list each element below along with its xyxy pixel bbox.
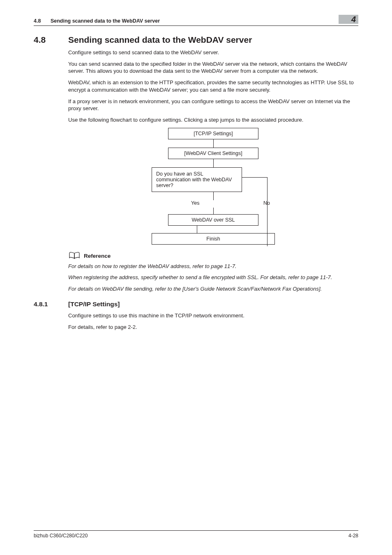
footer-model: bizhub C360/C280/C220 [34,533,88,539]
paragraph: If a proxy server is in network environm… [68,98,358,112]
reference-label: Reference [84,253,111,259]
book-icon [68,251,81,260]
page-footer: bizhub C360/C280/C220 4-28 [34,530,358,539]
section-title: Sending scanned data to the WebDAV serve… [68,35,252,45]
flow-step-webdav-ssl[interactable]: WebDAV over SSL [168,214,258,226]
flow-branch-labels: Yes No [152,200,275,208]
flow-label-no: No [263,200,270,206]
reference-text: For details on WebDAV file sending, refe… [68,285,358,292]
flow-step-tcpip[interactable]: [TCP/IP Settings] [168,128,258,139]
runhead-section-number: 4.8 [34,18,41,24]
chapter-number: 4 [351,15,356,23]
paragraph: WebDAV, which is an extension to the HTT… [68,79,358,93]
flow-connector [267,177,267,246]
paragraph: Configure settings to send scanned data … [68,49,358,56]
flow-connector [213,139,214,148]
subsection-number: 4.8.1 [34,301,68,308]
flow-connector [242,177,267,178]
flow-label-yes: Yes [191,200,199,206]
paragraph: For details, refer to page 2-2. [68,324,358,331]
reference-text: For details on how to register the WebDA… [68,263,358,270]
subsection-heading-row: 4.8.1 [TCP/IP Settings] [34,301,358,308]
flowchart: [TCP/IP Settings] [WebDAV Client Setting… [145,128,281,245]
section-heading-row: 4.8 Sending scanned data to the WebDAV s… [34,35,358,45]
flow-connector [213,208,214,214]
chapter-badge: 4 [339,15,358,24]
flow-finish: Finish [152,233,275,245]
runhead-section-title: Sending scanned data to the WebDAV serve… [51,18,160,24]
reference-text: When registering the address, specify wh… [68,274,358,281]
flow-connector-group [152,226,275,233]
paragraph: Use the following flowchart to configure… [68,116,358,123]
running-header-text: 4.8 Sending scanned data to the WebDAV s… [34,18,160,24]
paragraph: Configure settings to use this machine i… [68,312,358,319]
subsection-title: [TCP/IP Settings] [68,301,120,308]
flow-decision: Do you have an SSL communication with th… [152,167,242,192]
flow-connector [197,226,197,233]
flow-connector [213,192,214,200]
reference-heading: Reference [68,251,358,260]
flow-step-webdav-client[interactable]: [WebDAV Client Settings] [168,148,258,159]
section-number: 4.8 [34,35,68,45]
footer-page-number: 4-28 [348,533,358,539]
paragraph: You can send scanned data to the specifi… [68,60,358,74]
running-header: 4.8 Sending scanned data to the WebDAV s… [34,15,358,26]
flow-connector [213,159,214,167]
